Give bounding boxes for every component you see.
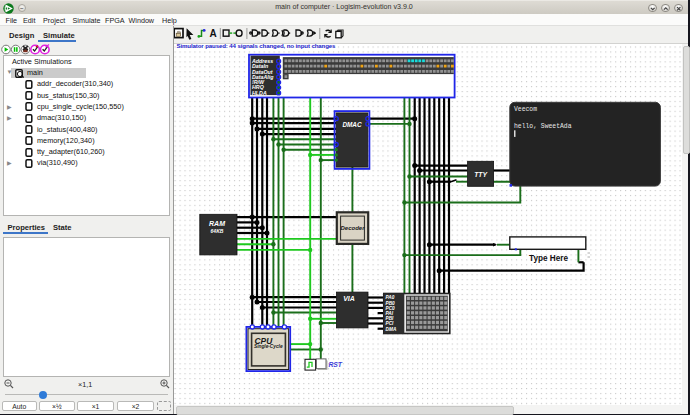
svg-text:Decoder: Decoder [340, 225, 365, 231]
svg-text:DMA: DMA [386, 326, 397, 331]
svg-text:HLDA: HLDA [252, 89, 267, 95]
svg-text:VIA: VIA [343, 294, 355, 301]
svg-text:Simulator paused: 44 signals c: Simulator paused: 44 signals changed, no… [177, 44, 337, 49]
svg-text:hello, SweetAda: hello, SweetAda [514, 122, 572, 129]
svg-text:A: A [209, 28, 216, 39]
svg-text:RST: RST [328, 360, 342, 367]
svg-text:64KB: 64KB [211, 227, 224, 233]
svg-text:DMAC: DMAC [342, 121, 362, 128]
svg-text:Type Here: Type Here [529, 253, 568, 262]
svg-text:TTY: TTY [474, 170, 488, 177]
svg-text:Single-Cycle: Single-Cycle [254, 344, 283, 349]
svg-text:RAM: RAM [209, 219, 225, 226]
svg-text:Veecom: Veecom [514, 105, 537, 112]
